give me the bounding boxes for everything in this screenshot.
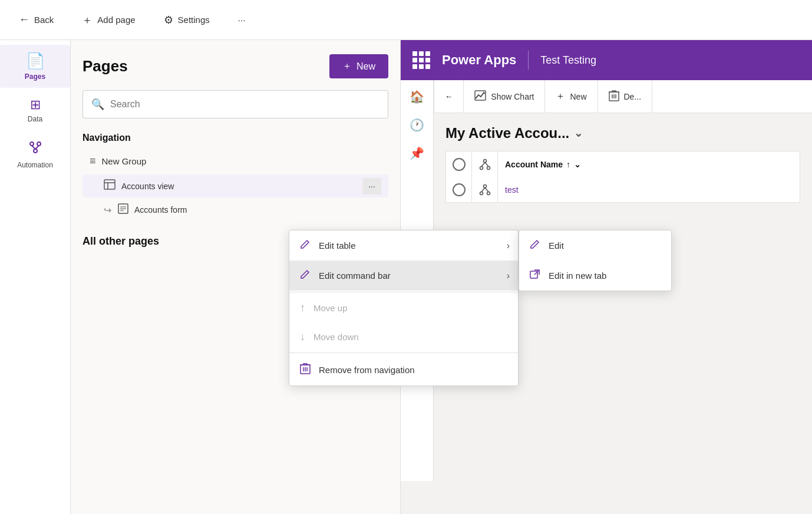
new-group-label: New Group [102, 156, 147, 166]
remove-navigation-label: Remove from navigation [319, 365, 415, 375]
powerapps-app-name: Test Testing [540, 54, 596, 67]
child-arrow-icon: ↪ [104, 205, 111, 216]
right-nav-recent[interactable]: 🕐 [405, 113, 429, 137]
svg-line-27 [485, 187, 488, 192]
delete-record-button[interactable]: De... [598, 80, 653, 113]
more-button[interactable]: ··· [233, 11, 250, 28]
row-select-checkbox[interactable] [453, 183, 466, 196]
svg-point-25 [487, 192, 490, 195]
svg-point-18 [483, 159, 486, 162]
left-sidebar: 📄 Pages ⊞ Data Automation [0, 40, 71, 514]
submenu-edit-item[interactable]: Edit [519, 230, 671, 261]
svg-line-34 [534, 270, 539, 275]
menu-divider-2 [289, 352, 518, 353]
edit-command-bar-icon [300, 269, 311, 282]
automation-icon [28, 140, 43, 159]
edit-command-bar-label: Edit command bar [319, 271, 391, 281]
group-icon: ≡ [90, 155, 96, 167]
edit-table-icon [300, 239, 311, 252]
powerapps-bar: Power Apps Test Testing [401, 40, 812, 80]
sidebar-item-pages[interactable]: 📄 Pages [0, 45, 70, 88]
svg-point-23 [483, 184, 486, 187]
edit-command-bar-menu-item[interactable]: Edit command bar › [289, 261, 518, 291]
back-label: Back [34, 15, 54, 25]
accounts-view-label: Accounts view [121, 182, 381, 191]
move-up-icon: ↑ [300, 302, 305, 314]
accounts-view-item[interactable]: Accounts view ··· [82, 174, 388, 197]
view-selector[interactable]: My Active Accou... ⌄ [445, 125, 583, 141]
chart-icon [474, 90, 486, 103]
svg-point-20 [487, 166, 490, 169]
svg-point-24 [480, 192, 483, 195]
right-nav-pin[interactable]: 📌 [405, 141, 429, 165]
svg-line-21 [481, 162, 485, 166]
row-checkbox[interactable] [446, 177, 472, 203]
right-nav-home[interactable]: 🏠 [405, 85, 429, 108]
toolbar-back-button[interactable]: ← [434, 80, 464, 113]
search-box[interactable]: 🔍 [82, 90, 388, 118]
data-icon: ⊞ [30, 97, 41, 113]
move-up-menu-item: ↑ Move up [289, 294, 518, 322]
sidebar-data-label: Data [28, 115, 42, 123]
powerapps-title: Power Apps [442, 52, 516, 68]
menu-divider-1 [289, 292, 518, 292]
toolbar-back-icon: ← [445, 92, 453, 101]
select-all-checkbox[interactable] [453, 158, 466, 171]
sidebar-pages-label: Pages [25, 73, 45, 81]
add-page-label: Add page [97, 15, 135, 25]
powerapps-divider [528, 51, 529, 70]
delete-label: De... [624, 92, 642, 101]
sort-ascending-icon: ↑ [566, 160, 570, 169]
pages-title: Pages [82, 57, 128, 75]
grid-hierarchy-header [472, 151, 498, 177]
sort-toggle-icon[interactable]: ⌄ [574, 160, 581, 169]
svg-rect-5 [104, 180, 115, 189]
account-name-cell[interactable]: test [498, 185, 526, 195]
new-page-plus-icon: ＋ [342, 60, 352, 73]
edit-command-bar-submenu-icon: › [507, 271, 510, 281]
edit-table-menu-item[interactable]: Edit table › [289, 230, 518, 261]
settings-button[interactable]: ⚙ Settings [159, 10, 214, 30]
submenu: Edit Edit in new tab [519, 230, 672, 291]
remove-navigation-menu-item[interactable]: Remove from navigation [289, 354, 518, 386]
view-icon [104, 179, 115, 193]
new-page-label: New [357, 61, 375, 72]
search-icon: 🔍 [91, 98, 104, 111]
new-page-button[interactable]: ＋ New [329, 54, 388, 78]
accounts-view-more-button[interactable]: ··· [362, 178, 381, 195]
edit-table-label: Edit table [319, 240, 356, 251]
account-name-value: test [505, 185, 519, 195]
search-input[interactable] [110, 99, 379, 110]
navigation-section-title: Navigation [82, 133, 388, 143]
form-icon [118, 203, 128, 216]
chevron-down-icon: ⌄ [574, 127, 583, 140]
grid-checkbox-header[interactable] [446, 151, 472, 177]
settings-label: Settings [178, 15, 210, 25]
back-button[interactable]: ← Back [14, 10, 58, 29]
submenu-edit-new-tab-icon [530, 269, 540, 282]
new-group-item[interactable]: ≡ New Group [82, 150, 388, 172]
view-name: My Active Accou... [445, 125, 569, 141]
account-name-label: Account Name [505, 160, 563, 169]
sidebar-item-data[interactable]: ⊞ Data [0, 90, 70, 130]
submenu-edit-new-tab-item[interactable]: Edit in new tab [519, 261, 671, 291]
pages-header: Pages ＋ New [82, 54, 388, 78]
svg-line-3 [32, 146, 35, 149]
accounts-form-item[interactable]: ↪ Accounts form [82, 199, 388, 221]
move-up-label: Move up [313, 303, 348, 313]
table-row[interactable]: test [445, 177, 800, 203]
move-down-menu-item: ↓ Move down [289, 322, 518, 351]
sidebar-item-automation[interactable]: Automation [0, 133, 70, 176]
show-chart-button[interactable]: Show Chart [464, 80, 545, 113]
powerapps-grid-icon [410, 49, 433, 71]
svg-point-19 [480, 166, 483, 169]
new-record-button[interactable]: ＋ New [545, 80, 598, 113]
context-menu: Edit table › Edit command bar › ↑ Move u… [289, 230, 519, 386]
new-record-plus-icon: ＋ [556, 90, 565, 103]
svg-point-1 [37, 142, 41, 146]
show-chart-label: Show Chart [491, 92, 534, 101]
submenu-edit-label: Edit [549, 240, 564, 251]
submenu-edit-icon [530, 239, 540, 252]
add-page-button[interactable]: ＋ Add page [77, 9, 140, 31]
account-name-column-header[interactable]: Account Name ↑ ⌄ [498, 160, 588, 169]
